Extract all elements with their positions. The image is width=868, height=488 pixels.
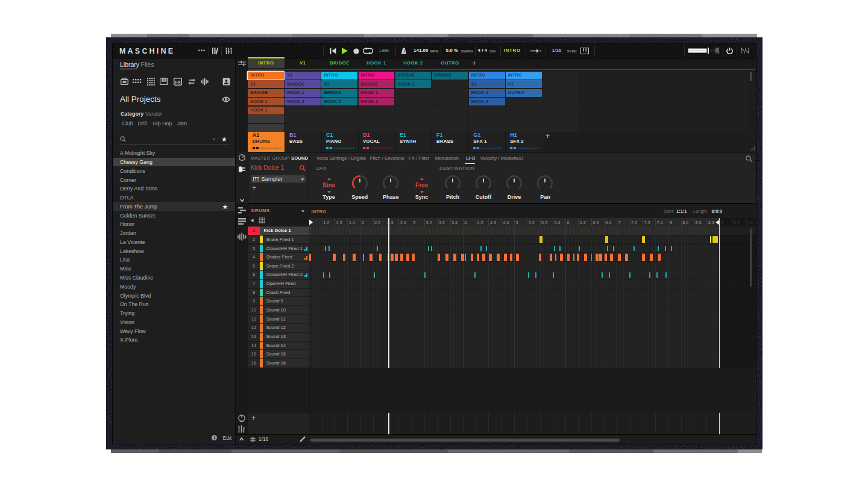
svg-text:FX: FX <box>175 79 181 84</box>
